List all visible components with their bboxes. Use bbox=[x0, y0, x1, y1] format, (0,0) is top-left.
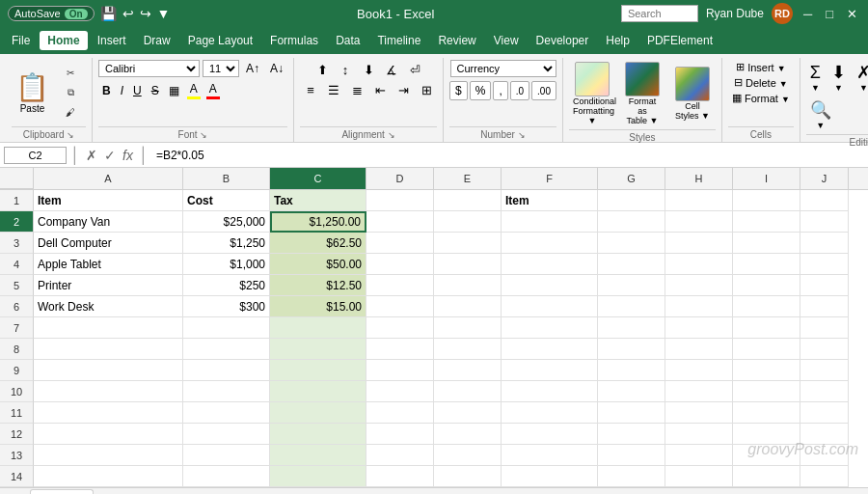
cell-e2[interactable] bbox=[434, 211, 502, 233]
increase-decimal-button[interactable]: .0 bbox=[510, 81, 529, 100]
menu-help[interactable]: Help bbox=[598, 31, 637, 50]
cell-f4[interactable] bbox=[502, 254, 598, 275]
cell-b10[interactable] bbox=[183, 381, 270, 402]
cell-i13[interactable] bbox=[733, 445, 800, 466]
cell-h7[interactable] bbox=[665, 317, 733, 339]
cell-styles-button[interactable]: CellStyles ▼ bbox=[669, 65, 716, 123]
cell-f3[interactable] bbox=[502, 233, 598, 254]
cell-c8[interactable] bbox=[270, 339, 366, 360]
cell-c3[interactable]: $62.50 bbox=[270, 233, 366, 254]
cell-d4[interactable] bbox=[366, 254, 434, 275]
fill-button[interactable]: ⬇ ▼ bbox=[827, 60, 850, 95]
cell-j2[interactable] bbox=[800, 211, 849, 233]
cell-c4[interactable]: $50.00 bbox=[270, 254, 366, 275]
cell-d10[interactable] bbox=[366, 381, 434, 402]
menu-insert[interactable]: Insert bbox=[90, 31, 134, 50]
cell-f9[interactable] bbox=[502, 360, 598, 381]
cell-c14[interactable] bbox=[270, 466, 366, 487]
cell-i12[interactable] bbox=[733, 424, 800, 445]
cell-f12[interactable] bbox=[502, 424, 598, 445]
cell-h3[interactable] bbox=[665, 233, 733, 254]
col-header-f[interactable]: F bbox=[502, 168, 598, 189]
cell-d9[interactable] bbox=[366, 360, 434, 381]
cell-g14[interactable] bbox=[598, 466, 665, 487]
name-box[interactable] bbox=[4, 147, 67, 164]
col-header-g[interactable]: G bbox=[598, 168, 665, 189]
add-sheet-button[interactable]: ⊕ bbox=[4, 490, 28, 494]
cell-f11[interactable] bbox=[502, 402, 598, 424]
increase-font-button[interactable]: A↑ bbox=[242, 60, 263, 77]
cell-h6[interactable] bbox=[665, 296, 733, 317]
cell-e12[interactable] bbox=[434, 424, 502, 445]
cell-h2[interactable] bbox=[665, 211, 733, 233]
clear-button[interactable]: ✗ ▼ bbox=[853, 60, 868, 95]
cell-g13[interactable] bbox=[598, 445, 665, 466]
cell-d8[interactable] bbox=[366, 339, 434, 360]
cell-h4[interactable] bbox=[665, 254, 733, 275]
cell-e1[interactable] bbox=[434, 190, 502, 211]
menu-formulas[interactable]: Formulas bbox=[262, 31, 326, 50]
font-color-button[interactable]: A bbox=[204, 81, 222, 100]
cell-c10[interactable] bbox=[270, 381, 366, 402]
cell-b13[interactable] bbox=[183, 445, 270, 466]
format-painter-button[interactable]: 🖌 bbox=[55, 104, 86, 121]
cell-d13[interactable] bbox=[366, 445, 434, 466]
minimize-button[interactable]: ─ bbox=[800, 7, 815, 21]
col-header-j[interactable]: J bbox=[800, 168, 849, 189]
cell-e4[interactable] bbox=[434, 254, 502, 275]
merge-button[interactable]: ⊞ bbox=[416, 80, 437, 99]
cell-i8[interactable] bbox=[733, 339, 800, 360]
autosave-toggle[interactable]: On bbox=[65, 9, 88, 19]
cell-f5[interactable] bbox=[502, 275, 598, 296]
cell-a14[interactable] bbox=[34, 466, 183, 487]
cell-d2[interactable] bbox=[366, 211, 434, 233]
cell-g7[interactable] bbox=[598, 317, 665, 339]
formula-input[interactable] bbox=[152, 149, 864, 162]
cell-g11[interactable] bbox=[598, 402, 665, 424]
cell-a10[interactable] bbox=[34, 381, 183, 402]
cell-j10[interactable] bbox=[800, 381, 849, 402]
cell-d7[interactable] bbox=[366, 317, 434, 339]
wrap-text-button[interactable]: ⏎ bbox=[404, 60, 425, 79]
col-header-d[interactable]: D bbox=[366, 168, 434, 189]
cell-b12[interactable] bbox=[183, 424, 270, 445]
insert-button[interactable]: ⊞ Insert ▼ bbox=[732, 60, 790, 74]
cell-a12[interactable] bbox=[34, 424, 183, 445]
font-size-select[interactable]: 11 bbox=[203, 60, 239, 77]
decrease-indent-button[interactable]: ⇤ bbox=[369, 80, 391, 99]
col-header-e[interactable]: E bbox=[434, 168, 502, 189]
cut-button[interactable]: ✂ bbox=[55, 65, 86, 81]
font-expand-icon[interactable]: ↘ bbox=[200, 130, 207, 140]
col-header-c[interactable]: C bbox=[270, 168, 366, 189]
cell-b7[interactable] bbox=[183, 317, 270, 339]
cell-e10[interactable] bbox=[434, 381, 502, 402]
left-align-button[interactable]: ≡ bbox=[300, 80, 321, 99]
cell-d14[interactable] bbox=[366, 466, 434, 487]
cell-i5[interactable] bbox=[733, 275, 800, 296]
cell-b3[interactable]: $1,250 bbox=[183, 233, 270, 254]
cell-b9[interactable] bbox=[183, 360, 270, 381]
italic-button[interactable]: I bbox=[117, 82, 127, 99]
cell-j12[interactable] bbox=[800, 424, 849, 445]
col-header-a[interactable]: A bbox=[34, 168, 183, 189]
cell-j8[interactable] bbox=[800, 339, 849, 360]
cell-i7[interactable] bbox=[733, 317, 800, 339]
cell-i14[interactable] bbox=[733, 466, 800, 487]
cell-c2[interactable]: $1,250.00 bbox=[270, 211, 366, 233]
cell-e5[interactable] bbox=[434, 275, 502, 296]
highlight-button[interactable]: A bbox=[185, 81, 203, 100]
menu-file[interactable]: File bbox=[4, 31, 38, 50]
cell-i10[interactable] bbox=[733, 381, 800, 402]
cell-g12[interactable] bbox=[598, 424, 665, 445]
cell-c7[interactable] bbox=[270, 317, 366, 339]
number-expand-icon[interactable]: ↘ bbox=[518, 130, 526, 140]
middle-align-button[interactable]: ↕ bbox=[335, 60, 356, 79]
menu-timeline[interactable]: Timeline bbox=[369, 31, 428, 50]
cell-a7[interactable] bbox=[34, 317, 183, 339]
cell-b5[interactable]: $250 bbox=[183, 275, 270, 296]
cell-h9[interactable] bbox=[665, 360, 733, 381]
cell-i11[interactable] bbox=[733, 402, 800, 424]
menu-review[interactable]: Review bbox=[430, 31, 483, 50]
cell-e9[interactable] bbox=[434, 360, 502, 381]
cell-h10[interactable] bbox=[665, 381, 733, 402]
